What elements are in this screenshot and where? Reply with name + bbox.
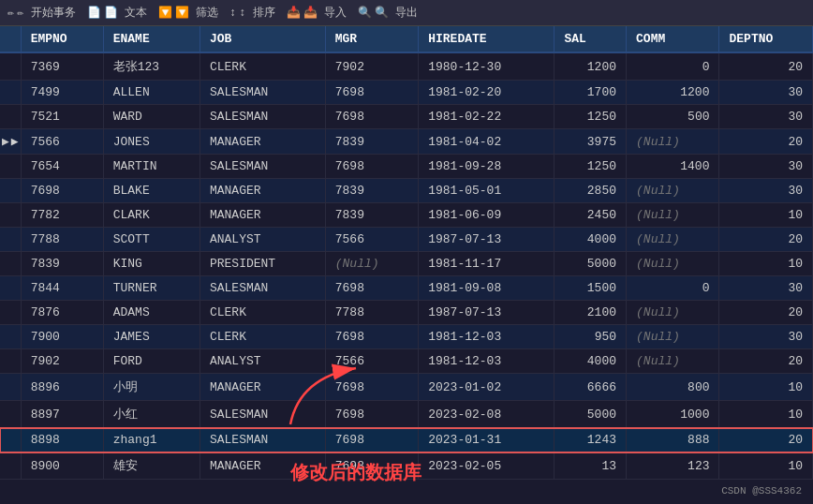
table-row[interactable]: 7654MARTINSALESMAN76981981-09-2812501400… <box>0 155 813 179</box>
cell-comm: (Null) <box>627 325 719 349</box>
cell-job: CLERK <box>200 325 325 349</box>
col-sal-header[interactable]: SAL <box>554 26 627 52</box>
cell-empno: 8896 <box>21 374 103 401</box>
table-row[interactable]: 7499ALLENSALESMAN76981981-02-20170012003… <box>0 81 813 105</box>
table-row[interactable]: 7902FORDANALYST75661981-12-034000(Null)2… <box>0 349 813 374</box>
table-row[interactable]: 7369老张123CLERK79021980-12-301200020 <box>0 52 813 81</box>
table-row[interactable]: 7844TURNERSALESMAN76981981-09-081500030 <box>0 276 813 301</box>
toolbar-filter[interactable]: 🔽 🔽 筛选 <box>158 5 218 21</box>
cell-ename: JAMES <box>103 325 200 349</box>
cell-empno: 8898 <box>21 428 103 452</box>
cell-comm: 1000 <box>627 401 719 428</box>
table-row[interactable]: ▶7566JONESMANAGER78391981-04-023975(Null… <box>0 129 813 155</box>
data-table: EMPNO ENAME JOB MGR HIREDATE SAL COMM DE… <box>0 26 813 480</box>
col-job-header[interactable]: JOB <box>200 26 325 52</box>
cell-comm: (Null) <box>627 203 719 228</box>
cell-mgr: (Null) <box>325 252 418 276</box>
table-row[interactable]: 7876ADAMSCLERK77881987-07-132100(Null)20 <box>0 301 813 325</box>
cell-ename: JONES <box>103 129 200 155</box>
cell-empno: 7902 <box>21 349 103 374</box>
cell-comm: 800 <box>627 374 719 401</box>
cell-ename: zhang1 <box>103 428 200 452</box>
table-row[interactable]: 8896小明MANAGER76982023-01-02666680010 <box>0 374 813 401</box>
table-row[interactable]: 8898zhang1SALESMAN76982023-01-3112438882… <box>0 428 813 452</box>
table-row[interactable]: 7698BLAKEMANAGER78391981-05-012850(Null)… <box>0 179 813 203</box>
cell-hiredate: 1980-12-30 <box>419 52 554 81</box>
cell-job: PRESIDENT <box>200 252 325 276</box>
cell-mgr: 7566 <box>325 228 418 252</box>
row-indicator <box>0 203 21 228</box>
cell-hiredate: 1981-12-03 <box>419 349 554 374</box>
table-row[interactable]: 7900JAMESCLERK76981981-12-03950(Null)30 <box>0 325 813 349</box>
row-indicator <box>0 325 21 349</box>
cell-deptno: 10 <box>719 374 813 401</box>
cell-deptno: 30 <box>719 81 813 105</box>
cell-sal: 1243 <box>554 428 627 452</box>
cell-hiredate: 1981-12-03 <box>419 325 554 349</box>
cell-deptno: 10 <box>719 452 813 480</box>
cell-hiredate: 1981-02-22 <box>419 105 554 129</box>
cell-mgr: 7902 <box>325 52 418 81</box>
table-row[interactable]: 7521WARDSALESMAN76981981-02-22125050030 <box>0 105 813 129</box>
row-indicator <box>0 155 21 179</box>
row-indicator <box>0 228 21 252</box>
cell-deptno: 10 <box>719 252 813 276</box>
table-row[interactable]: 7788SCOTTANALYST75661987-07-134000(Null)… <box>0 228 813 252</box>
cell-job: CLERK <box>200 52 325 81</box>
col-hiredate-header[interactable]: HIREDATE <box>419 26 554 52</box>
cell-sal: 2850 <box>554 179 627 203</box>
table-row[interactable]: 7839KINGPRESIDENT(Null)1981-11-175000(Nu… <box>0 252 813 276</box>
toolbar-sort[interactable]: ↕ ↕ 排序 <box>229 5 275 21</box>
cell-deptno: 20 <box>719 52 813 81</box>
cell-sal: 2100 <box>554 301 627 325</box>
cell-ename: KING <box>103 252 200 276</box>
row-indicator: ▶ <box>0 129 21 155</box>
cell-ename: BLAKE <box>103 179 200 203</box>
row-indicator <box>0 276 21 301</box>
cell-empno: 7654 <box>21 155 103 179</box>
cell-ename: 老张123 <box>103 52 200 81</box>
cell-ename: MARTIN <box>103 155 200 179</box>
table-header: EMPNO ENAME JOB MGR HIREDATE SAL COMM DE… <box>0 26 813 52</box>
toolbar-text[interactable]: 📄 📄 文本 <box>87 5 147 21</box>
cell-ename: WARD <box>103 105 200 129</box>
cell-sal: 1700 <box>554 81 627 105</box>
cell-mgr: 7839 <box>325 129 418 155</box>
cell-hiredate: 2023-01-02 <box>419 374 554 401</box>
cell-deptno: 30 <box>719 155 813 179</box>
toolbar-import-label: 📥 导入 <box>303 5 347 21</box>
cell-empno: 7369 <box>21 52 103 81</box>
cell-mgr: 7698 <box>325 81 418 105</box>
cell-empno: 8897 <box>21 401 103 428</box>
col-indicator-header[interactable] <box>0 26 21 52</box>
cell-sal: 950 <box>554 325 627 349</box>
cell-empno: 8900 <box>21 452 103 480</box>
cell-sal: 1250 <box>554 155 627 179</box>
cell-ename: ALLEN <box>103 81 200 105</box>
cell-job: SALESMAN <box>200 81 325 105</box>
toolbar-text-label: 📄 文本 <box>104 5 147 21</box>
cell-ename: ADAMS <box>103 301 200 325</box>
cell-comm: (Null) <box>627 129 719 155</box>
cell-empno: 7900 <box>21 325 103 349</box>
row-indicator <box>0 252 21 276</box>
col-mgr-header[interactable]: MGR <box>325 26 418 52</box>
col-deptno-header[interactable]: DEPTNO <box>719 26 813 52</box>
cell-hiredate: 1981-06-09 <box>419 203 554 228</box>
toolbar-export[interactable]: 🔍 🔍 导出 <box>358 5 418 21</box>
table-row[interactable]: 7782CLARKMANAGER78391981-06-092450(Null)… <box>0 203 813 228</box>
toolbar-import[interactable]: 📥 📥 导入 <box>287 5 347 21</box>
toolbar-begin-transaction[interactable]: ✏ ✏ 开始事务 <box>7 5 76 21</box>
col-empno-header[interactable]: EMPNO <box>21 26 103 52</box>
table-row[interactable]: 8897小红SALESMAN76982023-02-085000100010 <box>0 401 813 428</box>
cell-empno: 7521 <box>21 105 103 129</box>
cell-comm: 1400 <box>627 155 719 179</box>
cell-mgr: 7839 <box>325 179 418 203</box>
cell-deptno: 20 <box>719 129 813 155</box>
cell-job: SALESMAN <box>200 105 325 129</box>
cell-deptno: 30 <box>719 179 813 203</box>
col-ename-header[interactable]: ENAME <box>103 26 200 52</box>
cell-hiredate: 1981-02-20 <box>419 81 554 105</box>
cell-deptno: 20 <box>719 301 813 325</box>
col-comm-header[interactable]: COMM <box>627 26 719 52</box>
